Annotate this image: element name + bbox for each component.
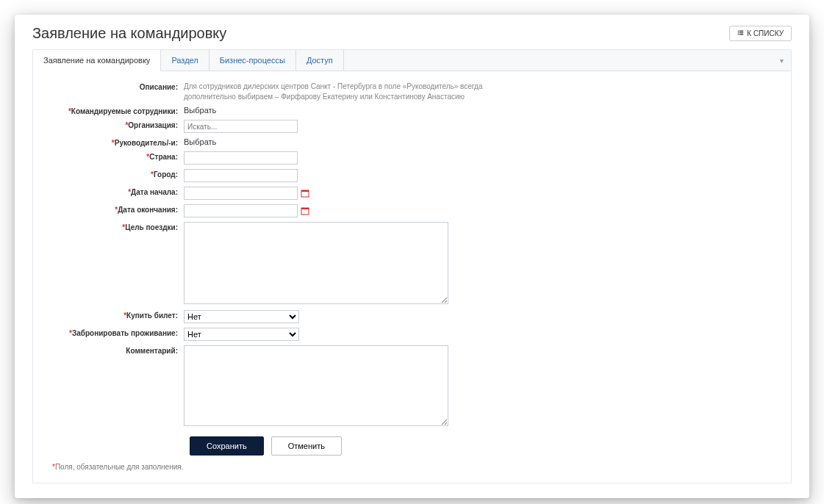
svg-rect-9	[301, 208, 309, 209]
tab-section[interactable]: Раздел	[161, 50, 209, 71]
svg-rect-4	[738, 34, 739, 35]
required-footnote: *Поля, обязательные для заполнения.	[48, 463, 776, 475]
cancel-button[interactable]: Отменить	[271, 436, 342, 456]
svg-rect-1	[739, 31, 743, 32]
end-date-label: *Дата окончания:	[48, 204, 184, 214]
tab-access[interactable]: Доступ	[296, 50, 344, 71]
ticket-label: *Купить билет:	[48, 310, 184, 320]
save-button[interactable]: Сохранить	[190, 436, 264, 456]
svg-rect-2	[738, 32, 739, 34]
page-title: Заявление на командировку	[32, 25, 226, 42]
tabs: Заявление на командировку Раздел Бизнес-…	[33, 50, 791, 71]
button-row: Сохранить Отменить	[190, 436, 776, 456]
svg-rect-5	[739, 34, 743, 35]
end-date-input[interactable]	[184, 204, 298, 217]
back-to-list-button[interactable]: К СПИСКУ	[729, 26, 792, 41]
purpose-label: *Цель поездки:	[48, 222, 184, 231]
header: Заявление на командировку К СПИСКУ	[15, 15, 809, 49]
country-input[interactable]	[184, 151, 298, 165]
org-search-input[interactable]	[184, 120, 298, 133]
app-window: Заявление на командировку К СПИСКУ Заявл…	[15, 15, 809, 498]
svg-rect-7	[301, 190, 309, 192]
start-date-label: *Дата начала:	[48, 187, 184, 196]
start-date-picker-icon[interactable]	[299, 187, 311, 200]
back-label: К СПИСКУ	[747, 29, 784, 37]
tabs-more-icon[interactable]: ▾	[773, 57, 791, 65]
end-date-picker-icon[interactable]	[299, 204, 311, 217]
employees-select-link[interactable]: Выбрать	[184, 106, 216, 115]
svg-rect-3	[739, 32, 743, 34]
tab-application[interactable]: Заявление на командировку	[33, 50, 161, 71]
content-panel: Заявление на командировку Раздел Бизнес-…	[32, 49, 792, 483]
comment-textarea[interactable]	[184, 345, 448, 426]
employees-label: *Командируемые сотрудники:	[48, 106, 184, 115]
ticket-select[interactable]: Нет	[184, 310, 299, 323]
country-label: *Страна:	[48, 151, 184, 161]
list-icon	[737, 29, 744, 37]
managers-label: *Руководитель/-и:	[48, 137, 184, 147]
city-label: *Город:	[48, 169, 184, 179]
tab-processes[interactable]: Бизнес-процессы	[209, 50, 296, 71]
org-label: *Организация:	[48, 120, 184, 129]
purpose-textarea[interactable]	[184, 222, 448, 304]
form-area: Описание: Для сотрудников дилерских цент…	[33, 71, 791, 483]
description-text: Для сотрудников дилерских центров Санкт …	[184, 82, 492, 101]
description-label: Описание:	[48, 82, 184, 91]
city-input[interactable]	[184, 169, 298, 182]
managers-select-link[interactable]: Выбрать	[184, 137, 216, 146]
booking-select[interactable]: Нет	[184, 328, 299, 341]
svg-rect-0	[738, 31, 739, 32]
start-date-input[interactable]	[184, 187, 298, 200]
comment-label: Комментарий:	[48, 345, 184, 355]
booking-label: *Забронировать проживание:	[48, 328, 184, 337]
